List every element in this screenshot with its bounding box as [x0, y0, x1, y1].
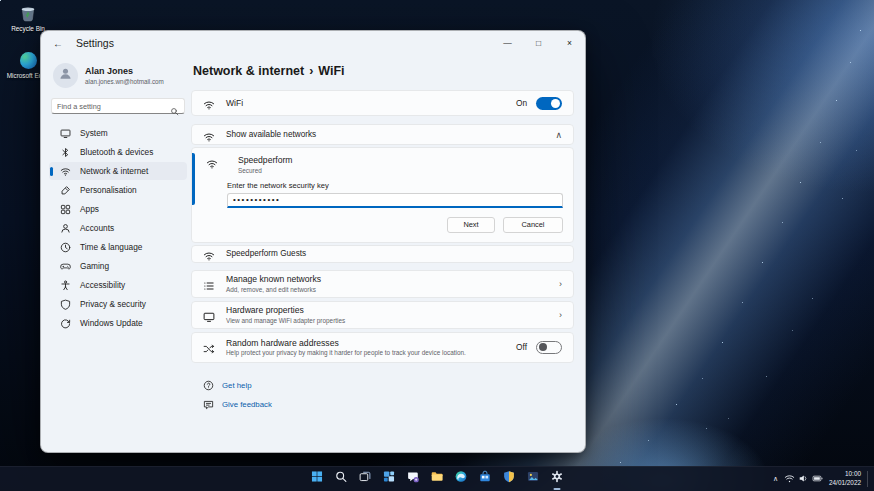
apps-icon: [60, 204, 71, 215]
guest-network-row[interactable]: Speedperform Guests: [191, 245, 574, 263]
store-icon: [479, 469, 492, 487]
desktop-icon-label: Recycle Bin: [11, 25, 45, 32]
settings-taskbar-button[interactable]: [548, 468, 567, 487]
chat-icon: [407, 469, 420, 487]
edge-button[interactable]: [452, 468, 471, 487]
random-addresses-toggle[interactable]: [536, 341, 562, 354]
next-button-label: Next: [463, 220, 478, 229]
hardware-properties-row[interactable]: Hardware properties View and manage WiFi…: [191, 301, 574, 329]
sidebar-item-label: System: [80, 128, 108, 138]
sidebar-item-bluetooth[interactable]: Bluetooth & devices: [49, 143, 187, 161]
clock-time: 10:00: [829, 470, 861, 479]
sidebar-item-apps[interactable]: Apps: [49, 200, 187, 218]
feedback-icon: [203, 399, 214, 410]
widgets-icon: [383, 469, 396, 487]
give-feedback-link[interactable]: Give feedback: [203, 399, 574, 410]
breadcrumb-separator: ›: [309, 64, 313, 78]
random-addresses-row: Random hardware addresses Help protect y…: [191, 332, 574, 363]
search-icon: [170, 102, 179, 111]
tray-battery-icon: [812, 470, 823, 488]
manage-networks-row[interactable]: Manage known networks Add, remove, and e…: [191, 270, 574, 298]
get-help-link[interactable]: Get help: [203, 380, 574, 391]
back-button[interactable]: ←: [45, 32, 71, 54]
cancel-button[interactable]: Cancel: [503, 217, 563, 233]
store-button[interactable]: [476, 468, 495, 487]
start-button[interactable]: [308, 468, 327, 487]
sidebar-item-system[interactable]: System: [49, 124, 187, 142]
maximize-icon: □: [536, 38, 541, 48]
wifi-secured-icon: [206, 156, 218, 168]
sidebar-item-label: Apps: [80, 204, 99, 214]
recycle-bin-icon: [18, 3, 38, 23]
monitor-icon: [203, 309, 215, 321]
hardware-properties-subtitle: View and manage WiFi adapter properties: [226, 317, 345, 324]
task-view-button[interactable]: [356, 468, 375, 487]
avatar: [53, 63, 78, 88]
search-input[interactable]: [57, 102, 170, 111]
tray-status-icons[interactable]: [784, 470, 823, 488]
show-desktop-button[interactable]: [867, 471, 870, 487]
get-help-label: Get help: [222, 381, 251, 390]
taskbar-clock[interactable]: 10:00 24/01/2022: [829, 470, 861, 487]
clock-date: 24/01/2022: [829, 479, 861, 488]
security-key-input[interactable]: [227, 193, 563, 208]
personalisation-icon: [60, 185, 71, 196]
system-icon: [60, 128, 71, 139]
profile-card[interactable]: Alan Jones alan.jones.wn@hotmail.com: [53, 63, 187, 88]
taskbar-search-button[interactable]: [332, 468, 351, 487]
show-networks-label: Show available networks: [226, 130, 316, 139]
network-icon: [60, 166, 71, 177]
file-explorer-icon: [431, 469, 444, 487]
breadcrumb-parent[interactable]: Network & internet: [193, 64, 304, 78]
network-secured-label: Secured: [238, 167, 292, 174]
sidebar-item-accounts[interactable]: Accounts: [49, 219, 187, 237]
security-key-prompt: Enter the network security key: [227, 181, 563, 190]
minimize-button[interactable]: —: [492, 31, 523, 55]
maximize-button[interactable]: □: [523, 31, 554, 55]
search-icon: [335, 469, 348, 487]
sidebar-item-label: Bluetooth & devices: [80, 147, 153, 157]
desktop-icon-recycle-bin[interactable]: Recycle Bin: [0, 3, 56, 32]
wifi-toggle[interactable]: [536, 97, 562, 110]
cancel-button-label: Cancel: [521, 220, 544, 229]
chevron-right-icon: ›: [559, 310, 562, 320]
show-networks-row[interactable]: Show available networks ∧: [191, 124, 574, 145]
chat-button[interactable]: [404, 468, 423, 487]
security-button[interactable]: [500, 468, 519, 487]
back-arrow-icon: ←: [53, 38, 63, 49]
random-addresses-state: Off: [516, 342, 527, 352]
sidebar-item-windows-update[interactable]: Windows Update: [49, 314, 187, 332]
gaming-icon: [60, 261, 71, 272]
give-feedback-label: Give feedback: [222, 400, 272, 409]
time-language-icon: [60, 242, 71, 253]
shuffle-icon: [203, 341, 215, 353]
close-button[interactable]: ×: [554, 31, 585, 55]
accessibility-icon: [60, 280, 71, 291]
sidebar-item-time-language[interactable]: Time & language: [49, 238, 187, 256]
sidebar-item-gaming[interactable]: Gaming: [49, 257, 187, 275]
sidebar-item-personalisation[interactable]: Personalisation: [49, 181, 187, 199]
sidebar-item-label: Gaming: [80, 261, 109, 271]
photos-button[interactable]: [524, 468, 543, 487]
manage-networks-title: Manage known networks: [226, 274, 321, 284]
wifi-networks-icon: [203, 129, 215, 141]
manage-networks-subtitle: Add, remove, and edit networks: [226, 286, 321, 293]
main-pane: Network & internet › WiFi WiFi On Show a…: [191, 55, 585, 452]
chevron-up-icon: ∧: [555, 130, 562, 140]
settings-window: ← Settings — □ × Alan Jones alan.jones.w…: [40, 30, 586, 453]
minimize-icon: —: [503, 38, 512, 48]
wifi-label: WiFi: [226, 98, 243, 108]
hidden-icons-chevron[interactable]: ∧: [773, 475, 778, 483]
wifi-guest-icon: [203, 248, 215, 260]
file-explorer-button[interactable]: [428, 468, 447, 487]
next-button[interactable]: Next: [447, 217, 495, 233]
tray-wifi-icon: [784, 470, 795, 488]
sidebar-item-network[interactable]: Network & internet: [49, 162, 187, 180]
settings-search[interactable]: [51, 98, 185, 114]
titlebar[interactable]: ← Settings — □ ×: [41, 31, 585, 55]
sidebar-item-label: Privacy & security: [80, 299, 146, 309]
sidebar-item-accessibility[interactable]: Accessibility: [49, 276, 187, 294]
widgets-button[interactable]: [380, 468, 399, 487]
close-icon: ×: [567, 38, 572, 48]
sidebar-item-privacy[interactable]: Privacy & security: [49, 295, 187, 313]
